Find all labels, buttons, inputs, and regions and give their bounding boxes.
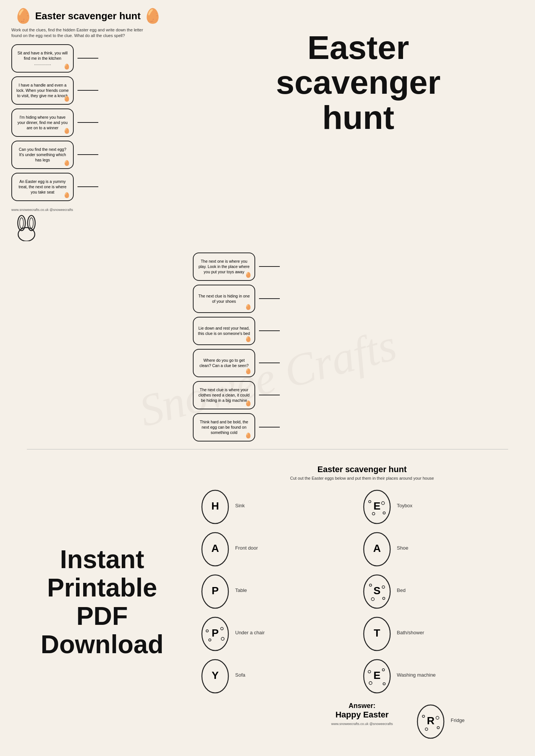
egg-label-A2: Shoe [397,545,435,551]
egg-label-P2: Under a chair [235,630,273,635]
egg-row-3: P Table S Bed [200,572,524,609]
egg-R: R [416,702,445,739]
right-clue-row-2: The next clue is hiding in one of your s… [193,285,524,313]
right-clue-row-6: Think hard and be bold, the next egg can… [193,413,524,442]
right-clue-row-5: The next clue is where your clothes need… [193,381,524,409]
answer-line-2 [78,90,98,91]
svg-text:E: E [373,669,380,681]
svg-point-26 [206,630,208,632]
egg-label-P1: Table [235,587,273,593]
svg-point-28 [209,639,211,641]
clue-row-3: I'm hiding where you have your dinner, f… [11,108,193,137]
right-answer-line-1 [259,266,280,267]
sheet-title: Easter scavenger hunt [35,10,141,22]
egg-col-A2: A Shoe [362,530,524,567]
clue-box-5: An Easter egg is a yummy treat, the next… [11,173,74,201]
big-title: Easterscavengerhunt [276,30,440,135]
answer-value: Happy Easter [308,710,416,720]
bunny-area: www.snoweecrafts.co.uk @snoweecrafts [11,208,193,245]
right-answer-line-5 [259,395,280,395]
bottom-sheet-title: Easter scavenger hunt [200,465,524,474]
egg-col-Y: Y Sofa [200,657,362,694]
svg-point-45 [437,727,439,729]
svg-text:A: A [211,542,219,554]
top-section: 🥚 Easter scavenger hunt 🥚 Work out the c… [0,0,535,253]
clue-text-4: Can you find the next egg? It's under so… [16,147,69,163]
right-answer-line-3 [259,330,280,331]
bottom-right: Easter scavenger hunt Cut out the Easter… [193,465,524,739]
clue-row-4: Can you find the next egg? It's under so… [11,141,193,169]
clue-egg-2: 🥚 [64,95,70,102]
instant-text: InstantPrintablePDFDownload [41,545,164,658]
right-clue-rows: The next one is where you play. Look in … [193,253,524,442]
clue-text-3: I'm hiding where you have your dinner, f… [16,115,69,131]
bottom-sheet-subtitle: Cut out the Easter eggs below and put th… [200,476,524,480]
right-clue-egg-5: 🥚 [245,400,251,407]
svg-point-20 [369,584,372,586]
answer-row: Answer: Happy Easter www.snoweecrafts.co… [200,699,524,739]
egg-label-R: Fridge [451,717,488,723]
svg-text:R: R [427,715,434,727]
svg-point-29 [221,637,224,640]
right-clue-text-3: Lie down and rest your head, this clue i… [197,325,251,336]
egg-T: T [362,614,392,651]
svg-point-10 [372,512,375,515]
right-answer-line-2 [259,298,280,299]
right-clue-row-3: Lie down and rest your head, this clue i… [193,317,524,345]
bottom-website: www.snoweecrafts.co.uk @snoweecrafts [308,722,416,726]
svg-text:E: E [373,500,380,512]
right-clue-text-1: The next one is where you play. Look in … [197,259,251,275]
website-left: www.snoweecrafts.co.uk @snoweecrafts [11,208,73,212]
right-clue-egg-3: 🥚 [245,336,251,343]
egg-E1: E [362,487,392,524]
clue-egg-3: 🥚 [64,127,70,135]
egg-col-P2: P Under a chair [200,614,362,651]
right-clue-box-2: The next clue is hiding in one of your s… [193,285,255,313]
svg-point-2 [20,218,23,228]
answer-line-3 [78,122,98,123]
egg-col-S: S Bed [362,572,524,609]
clue-row-1: Sit and have a think, you will find me i… [11,44,193,73]
egg-P1: P [200,572,230,609]
svg-text:P: P [212,585,219,596]
answer-label: Answer: [308,702,416,710]
clue-text-1: Sit and have a think, you will find me i… [16,50,69,67]
right-clue-row-1: The next one is where you play. Look in … [193,253,524,281]
egg-E2: E [362,657,392,694]
egg-col-E1: E Toybox [362,487,524,524]
svg-point-3 [29,218,33,228]
clue-text-5: An Easter egg is a yummy treat, the next… [16,179,69,195]
right-clue-text-2: The next clue is hiding in one of your s… [197,293,251,304]
svg-point-38 [369,682,372,685]
egg-col-A1: A Front door [200,530,362,567]
egg-A1: A [200,530,230,567]
egg-col-H: H Sink [200,487,362,524]
svg-point-23 [383,597,385,600]
egg-P2: P [200,614,230,651]
right-clue-text-4: Where do you go to get clean? Can a clue… [197,358,251,368]
bottom-left: InstantPrintablePDFDownload [11,465,193,739]
egg-icon-left: 🥚 [14,8,32,24]
egg-H: H [200,487,230,524]
bunny-icon [11,215,42,245]
right-clue-egg-1: 🥚 [245,271,251,279]
left-col-mid [11,253,193,442]
svg-point-27 [221,627,223,630]
svg-text:H: H [211,500,219,512]
divider [27,449,509,449]
egg-col-P1: P Table [200,572,362,609]
svg-point-36 [368,670,371,673]
egg-row-1: H Sink E To [200,487,524,524]
svg-point-37 [382,669,385,671]
egg-row-4: P Under a chair T Bath/shower [200,614,524,651]
clue-box-2: I have a handle and even a lock. When yo… [11,76,74,105]
clue-row-2: I have a handle and even a lock. When yo… [11,76,193,105]
right-clue-box-5: The next clue is where your clothes need… [193,381,255,409]
egg-grid: H Sink E To [200,487,524,739]
right-clue-box-6: Think hard and be bold, the next egg can… [193,413,255,442]
right-clue-text-6: Think hard and be bold, the next egg can… [197,419,251,435]
egg-row-2: A Front door A Shoe [200,530,524,567]
svg-text:T: T [374,627,380,639]
right-clue-row-4: Where do you go to get clean? Can a clue… [193,349,524,377]
egg-col-R: R Fridge [416,702,524,739]
